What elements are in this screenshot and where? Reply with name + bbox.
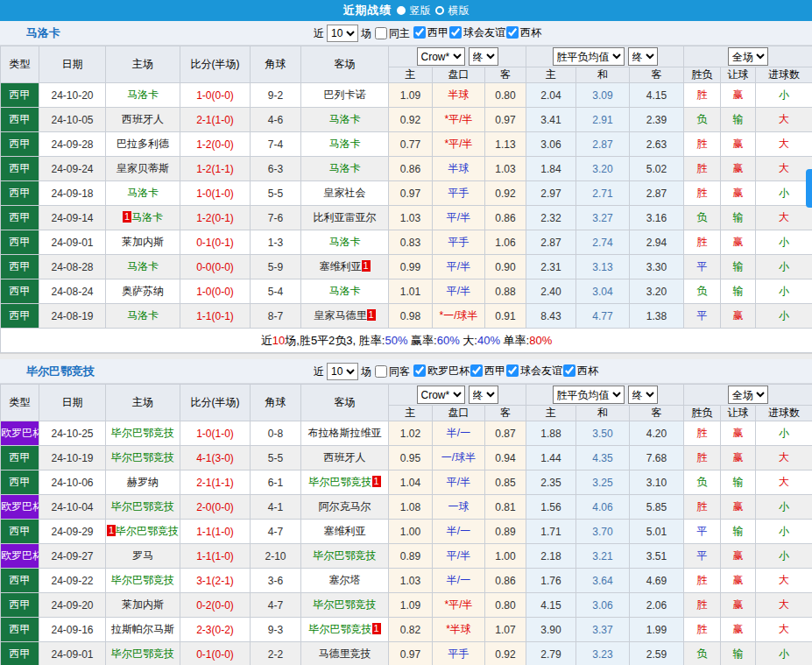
side-scroll-indicator[interactable]	[806, 169, 812, 208]
away-team-link[interactable]: 马洛卡	[329, 138, 361, 150]
away-team-link[interactable]: 布拉格斯拉维亚	[308, 427, 382, 439]
home-team-link[interactable]: 罗马	[132, 549, 153, 562]
league-filter-checkbox[interactable]	[470, 364, 483, 377]
handicap-cell: 平/半	[433, 206, 485, 230]
away-team-link[interactable]: 塞维利亚	[320, 260, 362, 272]
fullmatch-select[interactable]: 全场	[728, 47, 768, 66]
home-team-link[interactable]: 巴拉多利德	[117, 138, 169, 150]
odds-home: 0.89	[389, 544, 433, 569]
away-team-link[interactable]: 塞尔塔	[329, 574, 361, 586]
result-wdl: 平	[684, 255, 721, 279]
vertical-layout-radio[interactable]	[397, 6, 406, 15]
result-wdl: 胜	[684, 618, 721, 642]
away-team-link[interactable]: 皇家马德里	[314, 309, 367, 322]
home-team-link[interactable]: 奥萨苏纳	[122, 285, 164, 297]
avg-home: 1.76	[526, 569, 576, 593]
horizontal-layout-label[interactable]: 横版	[448, 4, 470, 18]
odds-home: 1.03	[389, 569, 433, 593]
home-team-link[interactable]: 拉斯帕尔马斯	[111, 623, 174, 635]
odds-home: 1.00	[389, 520, 433, 544]
league-filter-checkbox[interactable]	[563, 364, 575, 377]
avg-select[interactable]: 胜平负均值	[553, 47, 625, 66]
away-team-link[interactable]: 巴列卡诺	[324, 88, 366, 101]
sub-goals: 进球数	[756, 67, 812, 83]
away-team-cell: 毕尔巴鄂竞技1	[301, 618, 389, 642]
home-team-link[interactable]: 毕尔巴鄂竞技	[111, 500, 174, 513]
away-team-link[interactable]: 西班牙人	[324, 451, 366, 463]
away-team-link[interactable]: 马洛卡	[329, 236, 361, 248]
away-team-link[interactable]: 比利亚雷亚尔	[314, 211, 377, 223]
away-team-link[interactable]: 毕尔巴鄂竞技	[314, 549, 377, 562]
home-team-link[interactable]: 毕尔巴鄂竞技	[116, 525, 179, 537]
red-card-badge: 1	[367, 309, 376, 321]
games-label: 场	[361, 26, 371, 41]
home-team-link[interactable]: 莱加内斯	[122, 236, 164, 248]
result-wdl: 胜	[684, 83, 721, 108]
home-team-link[interactable]: 马洛卡	[127, 260, 159, 272]
vertical-layout-label[interactable]: 竖版	[410, 4, 431, 18]
recent-count-select[interactable]: 10	[327, 363, 358, 380]
home-team-link[interactable]: 西班牙人	[122, 113, 164, 125]
league-filter-checkbox[interactable]	[413, 26, 426, 39]
odds-final-select[interactable]: 终	[469, 386, 498, 404]
avg-away: 3.30	[630, 255, 684, 279]
date-cell: 24-09-22	[39, 569, 106, 593]
summary-segment: 50%	[385, 334, 407, 347]
date-cell: 24-10-04	[39, 495, 106, 520]
away-team-link[interactable]: 毕尔巴鄂竞技	[309, 476, 372, 488]
avg-away: 2.59	[630, 642, 684, 665]
result-handicap: 输	[721, 520, 756, 544]
home-team-link[interactable]: 赫罗纳	[127, 476, 159, 488]
away-team-link[interactable]: 马德里竞技	[319, 647, 371, 660]
recent-count-select[interactable]: 10	[327, 25, 358, 42]
home-team-link[interactable]: 马洛卡	[127, 309, 159, 322]
avg-select[interactable]: 胜平负均值	[553, 386, 625, 404]
away-team-link[interactable]: 马洛卡	[329, 162, 361, 174]
away-team-link[interactable]: 塞维利亚	[324, 525, 366, 537]
avg-final-select[interactable]: 终	[628, 47, 658, 66]
fullmatch-select[interactable]: 全场	[728, 386, 768, 404]
date-cell: 24-08-24	[39, 279, 106, 304]
odds-provider-select[interactable]: Crow*	[417, 47, 465, 66]
league-filter-checkbox[interactable]	[506, 364, 519, 377]
same-venue-checkbox[interactable]	[375, 365, 387, 378]
odds-provider-select[interactable]: Crow*	[417, 386, 465, 404]
home-team-link[interactable]: 毕尔巴鄂竞技	[111, 451, 174, 463]
league-filter-checkbox[interactable]	[506, 26, 519, 39]
same-venue-checkbox[interactable]	[375, 27, 387, 39]
away-team-link[interactable]: 马洛卡	[329, 285, 361, 297]
summary-row: 近10场,胜5平2负3, 胜率:50% 赢率:60% 大:40% 单率:80%	[1, 329, 812, 353]
odds-away: 0.87	[485, 421, 526, 446]
odds-away: 0.80	[485, 83, 526, 108]
away-team-link[interactable]: 毕尔巴鄂竞技	[314, 598, 377, 611]
home-team-link[interactable]: 马洛卡	[127, 88, 159, 101]
home-team-link[interactable]: 毕尔巴鄂竞技	[111, 647, 174, 660]
odds-away: 0.86	[485, 206, 526, 230]
horizontal-layout-radio[interactable]	[435, 6, 444, 15]
corners-cell: 5-4	[251, 279, 301, 304]
score-cell: 1-2(0-0)	[180, 132, 251, 157]
away-team-link[interactable]: 皇家社会	[324, 187, 366, 199]
home-team-link[interactable]: 莱加内斯	[122, 598, 164, 611]
avg-draw: 3.37	[576, 618, 630, 642]
col-type: 类型	[1, 46, 39, 83]
league-filter-checkbox[interactable]	[413, 364, 426, 377]
home-team-link[interactable]: 毕尔巴鄂竞技	[111, 427, 174, 439]
home-team-link[interactable]: 马洛卡	[127, 187, 159, 199]
away-team-link[interactable]: 毕尔巴鄂竞技	[309, 623, 372, 635]
home-team-link[interactable]: 皇家贝蒂斯	[117, 162, 169, 174]
home-team-link[interactable]: 毕尔巴鄂竞技	[111, 574, 174, 586]
avg-final-select[interactable]: 终	[628, 386, 658, 404]
avg-draw: 2.74	[576, 230, 630, 255]
result-handicap: 赢	[721, 83, 756, 108]
league-filter-checkbox[interactable]	[449, 26, 462, 39]
sub-avg-draw: 和	[576, 406, 630, 421]
handicap-cell: 平手	[433, 230, 485, 255]
home-team-link[interactable]: 马洛卡	[131, 211, 163, 223]
odds-away: 1.07	[485, 618, 526, 642]
handicap-cell: 平/半	[433, 255, 485, 279]
odds-final-select[interactable]: 终	[469, 47, 498, 66]
result-wdl: 负	[684, 642, 721, 665]
away-team-link[interactable]: 阿尔克马尔	[319, 500, 371, 513]
away-team-link[interactable]: 马洛卡	[329, 113, 361, 125]
